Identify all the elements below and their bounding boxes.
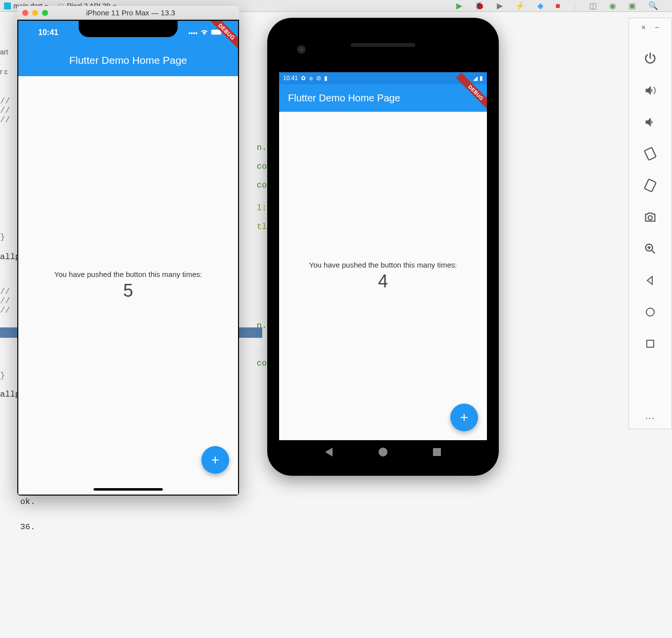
toolbar-right-icons: ▶ 🐞 ▶ ⚡ ◆ ■ │ ◫ ◉ ▣ 🔍: [456, 1, 668, 10]
minimize-window-button[interactable]: [32, 10, 38, 16]
fab-increment-button[interactable]: +: [450, 404, 478, 431]
status-time: 10:41: [38, 28, 58, 37]
run-icon[interactable]: ▶: [456, 1, 462, 10]
flutter-icon[interactable]: ◆: [537, 1, 543, 10]
code-comment: // // //: [0, 96, 10, 125]
svg-point-9: [646, 308, 654, 316]
emulator-power-button[interactable]: [638, 44, 662, 74]
nav-recents-button[interactable]: [433, 448, 441, 456]
emulator-home-button[interactable]: [638, 297, 662, 327]
app-body: You have pushed the button this many tim…: [279, 112, 487, 440]
emulator-minimize-button[interactable]: −: [655, 23, 659, 32]
android-emulator-frame: 10:41 ✿ ◈ ⊘ ▮ ◢ ▮ Flutter Demo Home Page…: [267, 18, 499, 476]
svg-rect-3: [644, 179, 656, 192]
status-right-icons: ••••: [189, 29, 223, 37]
app-bar: Flutter Demo Home Page: [18, 45, 238, 76]
cellular-icon: ••••: [189, 29, 197, 37]
nav-home-button[interactable]: [379, 448, 387, 456]
emulator-close-button[interactable]: ×: [641, 23, 646, 32]
search-toolbar-icon[interactable]: 🔍: [648, 1, 658, 10]
iphone-notch: [79, 21, 178, 37]
maximize-window-button[interactable]: [42, 10, 48, 16]
emulator-controls-sidebar: × − ⋯: [628, 18, 672, 429]
code-text: ok.: [20, 497, 36, 506]
code-comment: // // //: [0, 287, 10, 315]
tool3-icon[interactable]: ▣: [628, 1, 636, 10]
dart-file-icon: [4, 2, 11, 9]
app-bar: Flutter Demo Home Page DEBUG: [279, 84, 487, 112]
emulator-screenshot-button[interactable]: [638, 202, 662, 232]
app-bar-title: Flutter Demo Home Page: [69, 54, 187, 66]
emulator-more-button[interactable]: ⋯: [645, 412, 656, 424]
counter-value: 4: [378, 271, 388, 292]
tool2-icon[interactable]: ◉: [609, 1, 616, 10]
iphone-device-frame: 10:41 •••• Flutter Demo Home Page DEBUG …: [17, 20, 239, 496]
android-nav-bar: [279, 440, 487, 464]
sd-icon: ▮: [324, 75, 328, 82]
app-body: You have pushed the button this many tim…: [18, 76, 238, 495]
plus-icon: +: [211, 452, 219, 468]
stop-icon[interactable]: ■: [556, 1, 561, 10]
nav-back-button[interactable]: [325, 448, 333, 456]
pushed-label: You have pushed the button this many tim…: [54, 270, 202, 278]
traffic-lights: [22, 10, 48, 16]
speaker-icon: [351, 43, 415, 47]
wifi-icon: [200, 29, 208, 37]
fab-increment-button[interactable]: +: [201, 446, 229, 474]
android-screen: 10:41 ✿ ◈ ⊘ ▮ ◢ ▮ Flutter Demo Home Page…: [279, 72, 487, 464]
simulator-window-title: iPhone 11 Pro Max — 13.3: [52, 8, 234, 17]
emulator-back-button[interactable]: [638, 266, 662, 295]
code-brace: }: [0, 232, 5, 242]
emulator-volume-down-button[interactable]: [638, 107, 662, 137]
emulator-rotate-right-button[interactable]: [638, 171, 662, 200]
status-time: 10:41: [283, 75, 298, 82]
camera-icon: [297, 45, 306, 54]
flutter-hot-reload-icon[interactable]: ⚡: [515, 1, 525, 10]
home-indicator[interactable]: [94, 488, 163, 491]
mac-titlebar[interactable]: iPhone 11 Pro Max — 13.3: [17, 6, 239, 20]
ios-simulator-window: iPhone 11 Pro Max — 13.3 10:41 •••• Flut…: [17, 6, 239, 496]
battery-icon: ▮: [480, 75, 483, 82]
debug-icon[interactable]: 🐞: [475, 1, 484, 10]
code-brace: }: [0, 371, 5, 380]
emulator-volume-up-button[interactable]: [638, 76, 662, 105]
code-text: 36.: [20, 522, 36, 532]
pushed-label: You have pushed the button this many tim…: [309, 261, 457, 269]
wifi-grey-icon: ◈: [309, 75, 313, 82]
app-bar-title: Flutter Demo Home Page: [288, 92, 400, 104]
counter-value: 5: [123, 280, 133, 301]
svg-rect-2: [644, 147, 656, 160]
attach-icon[interactable]: ▶: [497, 1, 503, 10]
emulator-overview-button[interactable]: [638, 329, 662, 359]
edge-text: art: [0, 42, 8, 62]
emulator-rotate-left-button[interactable]: [638, 139, 662, 169]
close-window-button[interactable]: [22, 10, 28, 16]
emulator-zoom-button[interactable]: [638, 234, 662, 264]
iphone-screen: 10:41 •••• Flutter Demo Home Page DEBUG …: [18, 21, 238, 495]
svg-point-4: [648, 216, 652, 220]
device-bezel-top: [267, 18, 499, 72]
gear-status-icon: ✿: [301, 75, 306, 82]
tool1-icon[interactable]: ◫: [589, 1, 597, 10]
svg-line-6: [652, 251, 655, 254]
edge-text: r c: [0, 62, 8, 82]
plus-icon: +: [460, 410, 468, 425]
left-edge-fragments: art r c: [0, 42, 8, 82]
svg-rect-10: [647, 340, 654, 347]
no-sim-icon: ⊘: [316, 75, 321, 82]
signal-icon: ◢: [473, 75, 478, 82]
